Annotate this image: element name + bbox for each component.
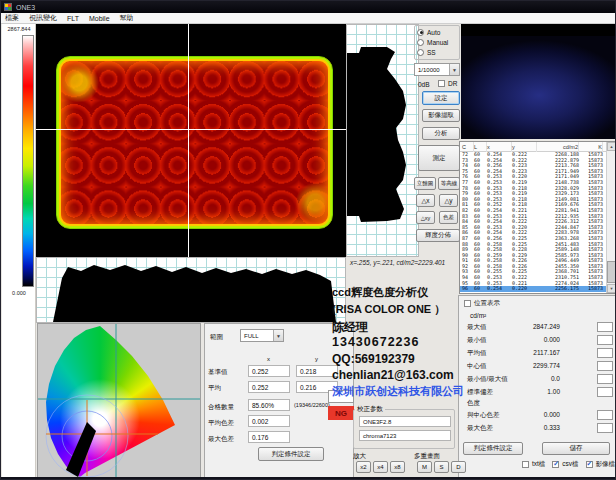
measure-button[interactable]: 測定 xyxy=(418,145,460,171)
zoom-section-label: 放大 xyxy=(353,452,366,461)
zoom-x8-button[interactable]: x8 xyxy=(390,461,405,473)
stat-limit-box[interactable] xyxy=(597,335,613,345)
zoom-x2-button[interactable]: x2 xyxy=(356,461,371,473)
stat-value: 0.0 xyxy=(551,375,560,382)
checkbox-icon[interactable] xyxy=(438,80,445,87)
position-display-checkbox[interactable]: 位置表示 xyxy=(464,299,500,308)
analyze-button[interactable]: 分析 xyxy=(422,127,460,140)
table-row[interactable]: 96600.2540.2202256.17515873 xyxy=(460,286,607,292)
chevron-down-icon[interactable]: ▼ xyxy=(449,64,459,75)
radio-mode-Manual[interactable]: Manual xyxy=(417,39,457,46)
stat-limit-box[interactable] xyxy=(597,423,613,433)
checkbox-icon[interactable] xyxy=(552,461,559,468)
image-capture-button[interactable]: 影像擷取 xyxy=(422,109,460,122)
file-checkbox-影像檔[interactable]: 影像檔 xyxy=(586,460,616,469)
menu-item-幫助[interactable]: 幫助 xyxy=(120,13,134,23)
range-select[interactable]: FULL ▼ xyxy=(240,329,284,342)
stat-row: 平均值2117.167 xyxy=(459,347,616,360)
stat-row: 標準偏差1.00 xyxy=(459,386,616,399)
judge-row-label: 平均 xyxy=(208,384,221,393)
avg-diff-label: 平均色差 xyxy=(208,419,234,428)
radio-icon[interactable] xyxy=(417,39,424,46)
scroll-down-icon[interactable]: ▼ xyxy=(607,284,616,293)
cie-diagram-panel[interactable] xyxy=(37,323,201,479)
table-body[interactable]: 72600.2540.2222268.1881587373600.2540.22… xyxy=(460,152,607,293)
horizontal-profile-curve xyxy=(37,258,345,322)
judge-condition-button[interactable]: 判定條件設定 xyxy=(463,442,523,455)
crosshair-vertical[interactable] xyxy=(188,24,189,257)
stat-value: 2299.774 xyxy=(533,362,560,369)
stat-limit-box[interactable] xyxy=(597,387,613,397)
checkbox-icon[interactable] xyxy=(464,300,471,307)
multi-screen-buttons: MSD xyxy=(417,461,466,473)
color-diff-button[interactable]: 色差 xyxy=(439,211,458,224)
set-button[interactable]: 設定 xyxy=(422,91,460,105)
calibration-field-chroma[interactable]: chroma7123 xyxy=(359,430,451,441)
vertical-profile-curve xyxy=(347,25,418,256)
radio-icon[interactable] xyxy=(417,49,424,56)
pass-count-detail: (19346/22600) xyxy=(294,402,330,408)
range-value: FULL xyxy=(244,333,259,339)
measurement-table: CLxycd/m2K 72600.2540.2222268.1881587373… xyxy=(459,141,616,294)
chromaticity-stats-rows: 與中心色差0.000最大色差0.333 xyxy=(459,409,616,435)
menu-item-檔案[interactable]: 檔案 xyxy=(5,13,19,23)
delta-x-button[interactable]: △x xyxy=(416,194,435,207)
zoom-x4-button[interactable]: x4 xyxy=(373,461,388,473)
pointer-icon xyxy=(66,422,96,477)
menu-item-視訊變化[interactable]: 視訊變化 xyxy=(29,13,57,23)
luminance-distribution-button[interactable]: 輝度分佈 xyxy=(416,229,460,242)
checkbox-icon[interactable] xyxy=(522,461,529,468)
multi-D-button[interactable]: D xyxy=(451,461,466,473)
shutter-select[interactable]: 1/10000 ▼ xyxy=(414,63,460,76)
zoom-buttons: x2x4x8 xyxy=(356,461,405,473)
cie-overlay-marks xyxy=(38,324,201,479)
gain-label: 0dB xyxy=(418,81,430,88)
shutter-value: 1/10000 xyxy=(418,67,440,73)
stat-value: 2847.249 xyxy=(533,323,560,330)
judge-y-field: 0.218 xyxy=(296,365,338,377)
watermark-line: (RISA COLOR ONE ） xyxy=(332,302,445,317)
calibration-field-lens[interactable]: ONE3F2.8 xyxy=(359,416,451,427)
table-scrollbar[interactable]: ▲ ▼ xyxy=(606,142,615,293)
stat-limit-box[interactable] xyxy=(597,361,613,371)
statistics-panel: 位置表示 cd/m² 最大值2847.249最小值0.000平均值2117.16… xyxy=(458,295,616,478)
stat-limit-box[interactable] xyxy=(597,410,613,420)
stat-limit-box[interactable] xyxy=(597,322,613,332)
exposure-mode-group: AutoManualSS xyxy=(414,25,460,60)
menu-item-FLT[interactable]: FLT xyxy=(67,15,79,22)
stat-limit-box[interactable] xyxy=(597,348,613,358)
dr-checkbox[interactable]: DR xyxy=(438,80,457,87)
max-diff-field: 0.176 xyxy=(248,431,290,443)
delta-xy-button[interactable]: △xy xyxy=(416,211,435,224)
delta-y-button[interactable]: △y xyxy=(439,194,458,207)
stat-row: 與中心色差0.000 xyxy=(459,409,616,422)
menu-item-Mobile[interactable]: Mobile xyxy=(89,15,110,22)
judge-condition-button[interactable]: 判定條件設定 xyxy=(258,447,324,461)
luminance-image[interactable] xyxy=(36,24,346,257)
max-diff-label: 最大色差 xyxy=(208,435,234,444)
title-bar[interactable]: ONE3 xyxy=(1,1,616,13)
multi-M-button[interactable]: M xyxy=(417,461,432,473)
file-checkbox-csv檔[interactable]: csv檔 xyxy=(552,460,578,469)
scroll-up-icon[interactable]: ▲ xyxy=(607,142,616,151)
contour-button[interactable]: 等高線 xyxy=(438,177,460,190)
stat-row: 最小值0.000 xyxy=(459,334,616,347)
chevron-down-icon[interactable]: ▼ xyxy=(273,330,283,341)
result-blank-field xyxy=(328,390,354,403)
crosshair-horizontal[interactable] xyxy=(36,129,346,130)
checkbox-icon[interactable] xyxy=(586,461,593,468)
avg-diff-field: 0.002 xyxy=(248,415,290,427)
multi-S-button[interactable]: S xyxy=(434,461,449,473)
radio-mode-Auto[interactable]: Auto xyxy=(417,29,457,36)
judge-x-field: 0.252 xyxy=(248,381,290,393)
app-window: ONE3 檔案視訊變化FLTMobile幫助 2867.844 0.000 Au… xyxy=(0,0,616,480)
radio-icon[interactable] xyxy=(417,29,424,36)
cell: 60 xyxy=(474,286,487,292)
radio-mode-SS[interactable]: SS xyxy=(417,49,457,56)
stat-limit-box[interactable] xyxy=(597,374,613,384)
scrollbar-thumb[interactable] xyxy=(607,261,616,283)
file-checkbox-txt檔[interactable]: txt檔 xyxy=(522,460,545,469)
judge-row: 基準值0.2520.218 xyxy=(205,364,355,380)
view-3d-button[interactable]: 立體圖 xyxy=(414,177,436,190)
save-button[interactable]: 儲存 xyxy=(542,442,610,455)
